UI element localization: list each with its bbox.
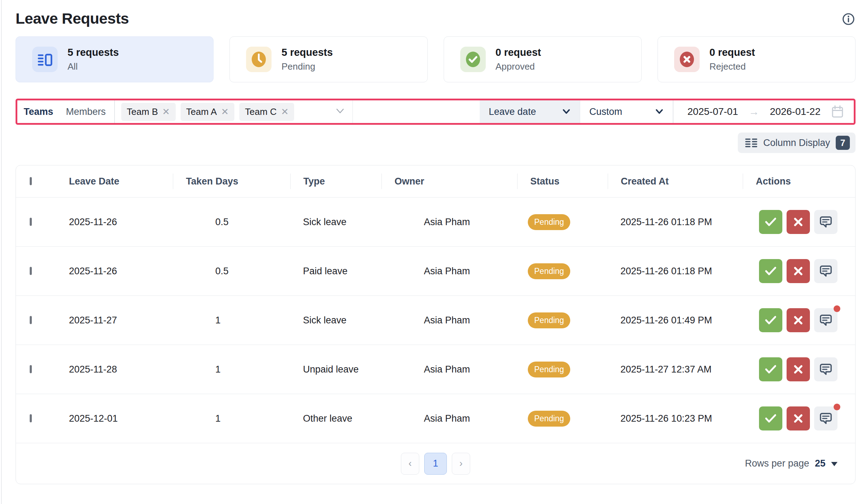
- reject-button[interactable]: [787, 210, 810, 234]
- caret-down-icon: [831, 462, 837, 466]
- leave-date-cell: 2025-11-26: [50, 217, 173, 228]
- x-icon: [793, 315, 803, 325]
- panel-left-border: [1, 0, 2, 504]
- remove-chip-icon[interactable]: ✕: [162, 107, 170, 116]
- row-checkbox[interactable]: [30, 218, 32, 226]
- header-checkbox-cell: [16, 178, 50, 184]
- approve-button[interactable]: [759, 357, 782, 381]
- actions-cell: [743, 259, 855, 283]
- card-count: 5 requests: [68, 47, 119, 58]
- reject-button[interactable]: [787, 308, 810, 332]
- range-type-value: Custom: [589, 106, 622, 117]
- owner-cell: Asia Pham: [381, 408, 517, 429]
- leave-date-cell: 2025-11-28: [50, 364, 173, 375]
- reject-button[interactable]: [787, 406, 810, 430]
- card-count: 5 requests: [281, 47, 333, 58]
- table-header-row: Leave Date Taken Days Type Owner Status …: [16, 165, 855, 197]
- page-header: Leave Requests: [16, 10, 856, 27]
- tab-members[interactable]: Members: [66, 106, 106, 117]
- comment-icon: [819, 363, 833, 376]
- comment-icon: [819, 412, 833, 425]
- owner-name: Asia Pham: [424, 413, 470, 424]
- rows-per-page-select[interactable]: Rows per page 25: [745, 458, 855, 469]
- card-label: All: [68, 61, 119, 72]
- approve-button[interactable]: [759, 406, 782, 430]
- comment-button[interactable]: [814, 357, 837, 381]
- date-field-select[interactable]: Leave date: [480, 100, 580, 123]
- comment-button[interactable]: [814, 259, 837, 283]
- summary-card-pending[interactable]: 5 requests Pending: [229, 36, 427, 82]
- team-chip[interactable]: Team C✕: [239, 103, 294, 121]
- summary-card-rejected[interactable]: 0 request Rejected: [658, 36, 856, 82]
- teams-multiselect[interactable]: Team B✕ Team A✕ Team C✕: [115, 100, 352, 123]
- page-number-button[interactable]: 1: [424, 453, 447, 475]
- owner-cell: Asia Pham: [381, 359, 517, 380]
- info-icon[interactable]: [841, 12, 856, 27]
- date-range: 2025-07-01 → 2026-01-22: [673, 100, 854, 123]
- check-circle-icon: [460, 47, 486, 72]
- rows-per-page-value: 25: [815, 458, 825, 469]
- summary-card-approved[interactable]: 0 request Approved: [444, 36, 642, 82]
- status-badge: Pending: [528, 214, 570, 230]
- reject-button[interactable]: [787, 259, 810, 283]
- row-checkbox[interactable]: [30, 414, 32, 422]
- remove-chip-icon[interactable]: ✕: [281, 107, 289, 116]
- avatar: [396, 359, 416, 380]
- date-to-input[interactable]: 2026-01-22: [770, 106, 821, 117]
- comment-icon: [819, 215, 833, 229]
- card-text: 0 request Approved: [496, 47, 541, 72]
- x-icon: [793, 217, 803, 227]
- select-all-checkbox[interactable]: [30, 177, 32, 185]
- team-chip[interactable]: Team B✕: [121, 103, 176, 121]
- card-label: Approved: [496, 61, 541, 72]
- row-checkbox[interactable]: [30, 267, 32, 275]
- row-checkbox-cell: [16, 219, 50, 225]
- tab-teams[interactable]: Teams: [24, 106, 53, 117]
- owner-name: Asia Pham: [424, 266, 470, 277]
- status-cell: Pending: [517, 214, 608, 230]
- leave-date-cell: 2025-11-26: [50, 266, 173, 277]
- approve-button[interactable]: [759, 308, 782, 332]
- comment-button[interactable]: [814, 308, 837, 332]
- table-row: 2025-11-26 0.5 Paid leave Asia Pham Pend…: [16, 246, 855, 295]
- column-display-button[interactable]: Column Display 7: [738, 133, 856, 153]
- range-type-select[interactable]: Custom: [580, 100, 673, 123]
- avatar: [396, 212, 416, 232]
- leave-requests-table: Leave Date Taken Days Type Owner Status …: [16, 165, 856, 484]
- team-chip[interactable]: Team A✕: [181, 103, 235, 121]
- chip-label: Team B: [127, 106, 158, 117]
- type-cell: Paid leave: [290, 266, 381, 277]
- summary-card-all[interactable]: 5 requests All: [16, 36, 214, 82]
- check-icon: [765, 315, 777, 325]
- calendar-icon[interactable]: [831, 105, 844, 118]
- reject-button[interactable]: [787, 357, 810, 381]
- remove-chip-icon[interactable]: ✕: [221, 107, 229, 116]
- date-from-input[interactable]: 2025-07-01: [688, 106, 738, 117]
- actions-cell: [743, 357, 855, 381]
- status-badge: Pending: [528, 411, 570, 427]
- team-chips: Team B✕ Team A✕ Team C✕: [121, 103, 294, 121]
- row-checkbox-cell: [16, 268, 50, 274]
- row-checkbox-cell: [16, 415, 50, 422]
- owner-name: Asia Pham: [424, 315, 470, 326]
- row-checkbox[interactable]: [30, 316, 32, 324]
- row-checkbox[interactable]: [30, 365, 32, 373]
- comment-button[interactable]: [814, 210, 837, 234]
- next-page-button[interactable]: ›: [452, 453, 470, 475]
- approve-button[interactable]: [759, 210, 782, 234]
- columns-icon: [745, 137, 758, 148]
- card-count: 0 request: [710, 47, 755, 58]
- card-label: Pending: [281, 61, 333, 72]
- created-at-cell: 2025-11-27 12:37 AM: [608, 364, 743, 375]
- actions-cell: [743, 406, 855, 430]
- pagination: ‹ 1 ›: [401, 453, 470, 475]
- column-header-type: Type: [290, 174, 381, 189]
- table-row: 2025-11-26 0.5 Sick leave Asia Pham Pend…: [16, 197, 855, 246]
- column-header-taken-days: Taken Days: [173, 174, 290, 189]
- avatar: [396, 310, 416, 330]
- prev-page-button[interactable]: ‹: [401, 453, 419, 475]
- comment-button[interactable]: [814, 406, 837, 430]
- chevron-down-icon[interactable]: [334, 107, 346, 117]
- approve-button[interactable]: [759, 259, 782, 283]
- taken-days-cell: 1: [173, 364, 290, 375]
